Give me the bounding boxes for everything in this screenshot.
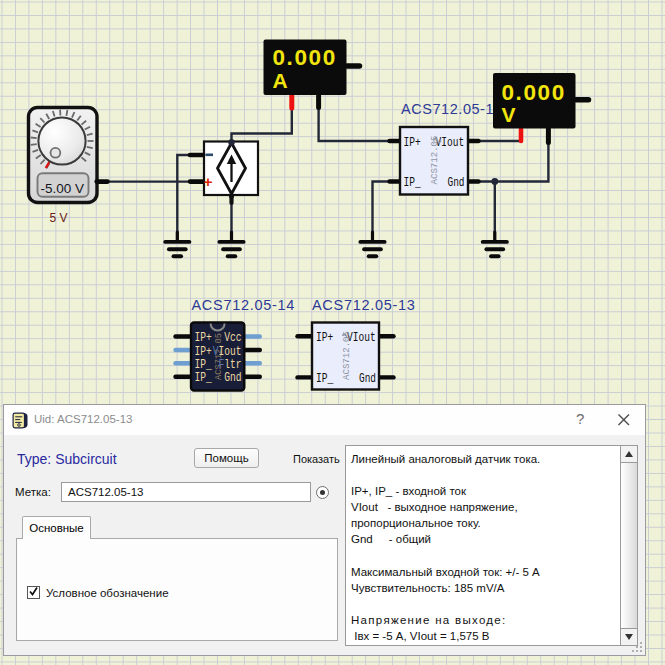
svg-text:Gnd: Gnd	[359, 371, 376, 386]
svg-text:Gnd: Gnd	[448, 175, 465, 190]
svg-text:5 V: 5 V	[50, 211, 68, 225]
svg-text:+: +	[204, 173, 213, 190]
svg-text:IP_: IP_	[316, 371, 333, 386]
svg-text:IP_: IP_	[195, 370, 212, 385]
svg-text:ACS712.05: ACS712.05	[430, 136, 440, 185]
svg-text:ACS712.05: ACS712.05	[342, 331, 352, 380]
svg-text:Gnd: Gnd	[224, 370, 241, 385]
svg-text:IP+: IP+	[404, 135, 421, 150]
svg-text:ACS712.05-1: ACS712.05-1	[401, 101, 494, 117]
svg-text:0.000: 0.000	[502, 80, 566, 105]
svg-text:-5.00 V: -5.00 V	[41, 181, 85, 196]
svg-text:A: A	[273, 69, 288, 92]
svg-text:V: V	[502, 103, 516, 126]
svg-text:0.000: 0.000	[273, 45, 337, 70]
svg-text:ACS712.05-13: ACS712.05-13	[312, 297, 416, 313]
svg-text:IP_: IP_	[404, 175, 421, 190]
svg-text:ACS712.05-14: ACS712.05-14	[192, 297, 296, 313]
svg-text:IP+: IP+	[316, 330, 333, 345]
